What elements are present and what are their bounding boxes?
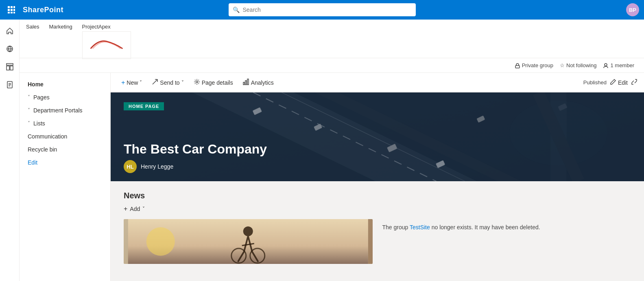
svg-rect-5 xyxy=(13,9,15,11)
private-group-indicator: Private group xyxy=(515,62,553,68)
communication-label: Communication xyxy=(28,133,67,140)
home-label: Home xyxy=(28,81,44,88)
analytics-icon xyxy=(243,79,249,86)
fav-sales[interactable]: Sales xyxy=(26,23,39,31)
waffle-menu[interactable] xyxy=(5,3,18,16)
send-icon xyxy=(152,79,158,86)
author-name: Henry Legge xyxy=(141,163,173,170)
hero-tag: HOME PAGE xyxy=(124,102,164,110)
expand-icon xyxy=(631,79,637,86)
news-add-button[interactable]: + Add ˅ xyxy=(124,205,631,213)
fav-marketing-label: Marketing xyxy=(49,23,72,31)
group-msg-suffix: no longer exists. It may have been delet… xyxy=(430,224,540,231)
search-input[interactable] xyxy=(243,7,412,13)
recycle-bin-label: Recycle bin xyxy=(28,146,57,153)
dept-portals-label: Department Portals xyxy=(33,107,83,114)
top-nav: SharePoint 🔍 BP xyxy=(0,0,644,20)
expand-button[interactable] xyxy=(631,79,637,86)
edit-label: Edit xyxy=(618,79,628,86)
new-button[interactable]: + New ˅ xyxy=(117,77,146,89)
svg-rect-7 xyxy=(11,12,13,13)
sidebar-item-lists[interactable]: ˅ Lists xyxy=(20,117,110,130)
svg-rect-10 xyxy=(7,66,9,70)
info-bar: Private group ☆ Not following 1 member xyxy=(20,58,644,73)
group-link[interactable]: TestSite xyxy=(410,224,430,231)
svg-rect-1 xyxy=(11,6,13,8)
person-icon xyxy=(603,63,609,68)
author-avatar: HL xyxy=(124,160,137,173)
svg-rect-4 xyxy=(11,9,13,11)
svg-rect-11 xyxy=(10,66,13,70)
pencil-icon xyxy=(610,79,616,86)
star-icon: ☆ xyxy=(560,62,565,68)
analytics-label: Analytics xyxy=(251,79,274,86)
rail-doc[interactable] xyxy=(2,77,18,93)
plus-icon: + xyxy=(121,79,125,86)
news-card-image xyxy=(124,219,373,264)
svg-rect-8 xyxy=(13,12,15,13)
search-icon: 🔍 xyxy=(233,7,240,13)
left-rail xyxy=(0,20,20,281)
chevron-pages-icon: ˅ xyxy=(28,94,30,100)
sidebar-item-pages[interactable]: ˅ Pages xyxy=(20,91,110,104)
hero-banner: HOME PAGE The Best Car Company HL Henry … xyxy=(111,92,644,181)
news-section: News + Add ˅ xyxy=(111,181,644,274)
main-content: HOME PAGE The Best Car Company HL Henry … xyxy=(111,92,644,281)
svg-rect-17 xyxy=(243,82,245,85)
send-to-button[interactable]: Send to ˅ xyxy=(148,76,188,89)
sidebar-edit-link[interactable]: Edit xyxy=(20,156,110,169)
gear-icon xyxy=(194,79,200,86)
hero-title: The Best Car Company xyxy=(124,142,267,157)
fav-sales-label: Sales xyxy=(26,23,39,31)
fav-bar: Sales Marketing ProjectApex xyxy=(20,20,644,58)
svg-point-15 xyxy=(605,64,607,66)
svg-point-36 xyxy=(243,226,253,236)
add-label: Add xyxy=(130,206,140,212)
sidebar-item-recycle-bin[interactable]: Recycle bin xyxy=(20,143,110,156)
search-box[interactable]: 🔍 xyxy=(229,3,416,16)
edit-button[interactable]: Edit xyxy=(610,79,628,86)
rail-globe[interactable] xyxy=(2,41,18,57)
add-chevron-icon: ˅ xyxy=(142,206,145,212)
rail-home[interactable] xyxy=(2,23,18,39)
fav-marketing[interactable]: Marketing xyxy=(49,23,72,31)
sidebar-item-dept-portals[interactable]: ˅ Department Portals xyxy=(20,104,110,117)
cmd-right-group: Published Edit xyxy=(583,79,637,86)
follow-label: Not following xyxy=(566,62,596,68)
fav-projectapex[interactable]: ProjectApex xyxy=(82,23,131,59)
page-details-button[interactable]: Page details xyxy=(190,76,237,89)
svg-rect-14 xyxy=(515,66,520,68)
hero-author: HL Henry Legge xyxy=(124,160,173,173)
page-details-label: Page details xyxy=(202,79,233,86)
analytics-button[interactable]: Analytics xyxy=(239,76,278,89)
svg-rect-12 xyxy=(7,64,13,65)
new-chevron-icon: ˅ xyxy=(140,80,142,86)
svg-rect-0 xyxy=(8,6,10,8)
chevron-lists-icon: ˅ xyxy=(28,121,30,126)
svg-rect-18 xyxy=(245,81,247,85)
follow-button[interactable]: ☆ Not following xyxy=(560,62,596,68)
command-bar: + New ˅ Send to ˅ Page details Analytics xyxy=(111,73,644,92)
sidebar-item-home[interactable]: Home xyxy=(20,78,110,91)
sidebar: Home ˅ Pages ˅ Department Portals ˅ List… xyxy=(20,73,111,281)
send-to-label: Send to xyxy=(160,79,179,86)
published-badge: Published xyxy=(583,79,607,86)
group-msg-prefix: The group xyxy=(382,224,410,231)
svg-rect-19 xyxy=(247,79,249,85)
rail-apps[interactable] xyxy=(2,59,18,75)
member-count[interactable]: 1 member xyxy=(603,62,634,68)
pages-label: Pages xyxy=(33,94,50,101)
sidebar-item-communication[interactable]: Communication xyxy=(20,130,110,143)
chevron-dept-icon: ˅ xyxy=(28,108,30,113)
app-brand: SharePoint xyxy=(23,6,63,14)
avatar[interactable]: BP xyxy=(626,3,639,16)
new-label: New xyxy=(127,79,138,86)
lists-label: Lists xyxy=(33,120,45,127)
add-plus-icon: + xyxy=(124,205,127,213)
svg-point-16 xyxy=(196,81,198,83)
news-title: News xyxy=(124,191,631,200)
fav-logo xyxy=(82,31,131,59)
lock-icon xyxy=(515,63,520,68)
svg-rect-3 xyxy=(8,9,10,11)
member-count-label: 1 member xyxy=(610,62,634,68)
